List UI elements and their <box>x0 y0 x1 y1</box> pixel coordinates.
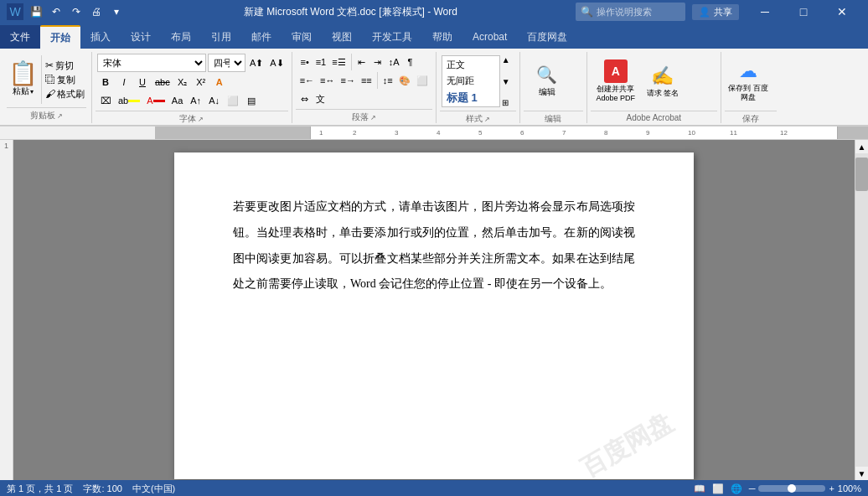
undo-quick-btn[interactable]: ↶ <box>47 3 65 21</box>
font-size-select[interactable]: 四号 <box>208 54 245 72</box>
decrease-indent-button[interactable]: ⇤ <box>354 54 369 70</box>
styles-down-button[interactable]: ▼ <box>502 77 510 86</box>
format-painter-button[interactable]: 🖌 格式刷 <box>45 88 85 101</box>
tab-file[interactable]: 文件 <box>0 25 40 49</box>
scroll-track[interactable] <box>855 153 868 467</box>
zoom-level[interactable]: 100% <box>838 483 861 493</box>
paste-button[interactable]: 📋 粘贴 ▾ <box>8 62 38 97</box>
paragraph-expand-icon[interactable]: ↗ <box>370 114 376 121</box>
bold-button[interactable]: B <box>97 74 114 90</box>
create-share-pdf-button[interactable]: A 创建并共享 Adobe PDF <box>594 55 638 107</box>
clear-format-button[interactable]: ⌧ <box>97 92 114 109</box>
superscript-button[interactable]: X² <box>193 74 209 90</box>
styles-expand-icon[interactable]: ↗ <box>484 116 490 123</box>
tab-design[interactable]: 设计 <box>121 25 161 49</box>
save-baidu-button[interactable]: ☁ 保存到 百度网盘 <box>726 55 770 107</box>
style-normal-item[interactable]: 正文 <box>444 58 498 72</box>
styles-expand-button[interactable]: ⊞ <box>502 98 510 107</box>
restore-button[interactable]: □ <box>784 0 823 23</box>
char-border-button[interactable]: ⬜ <box>225 92 241 109</box>
scroll-thumb[interactable] <box>855 158 868 191</box>
qa-dropdown-btn[interactable]: ▾ <box>107 3 126 21</box>
tab-layout[interactable]: 布局 <box>161 25 201 49</box>
scroll-up-button[interactable]: ▲ <box>855 140 868 153</box>
style-no-spacing-item[interactable]: 无间距 <box>444 74 498 88</box>
font-name-row: 宋体 四号 A⬆ A⬇ <box>97 54 287 72</box>
tab-help[interactable]: 帮助 <box>422 25 462 49</box>
zoom-out-button[interactable]: ─ <box>749 483 756 493</box>
find-button[interactable]: 🔍 编辑 <box>525 55 569 107</box>
document-content[interactable]: 若要更改图片适应文档的方式，请单击该图片，图片旁边将会显示布局选项按钮。当处理表… <box>233 194 635 297</box>
text-effect-button[interactable]: A <box>211 74 228 90</box>
tab-baidu[interactable]: 百度网盘 <box>517 25 577 49</box>
sign-icon: ✍ <box>651 65 674 87</box>
help-search-input[interactable] <box>597 7 680 17</box>
multilevel-list-button[interactable]: ≡☰ <box>329 54 348 70</box>
font-decrease-button[interactable]: A↓ <box>206 92 223 109</box>
font-color-button[interactable]: A <box>144 92 167 109</box>
distribute-button[interactable]: ⇔ <box>297 90 313 107</box>
style-heading1-item[interactable]: 标题 1 <box>444 90 498 106</box>
tab-references[interactable]: 引用 <box>201 25 241 49</box>
close-button[interactable]: ✕ <box>823 0 861 23</box>
font-expand-icon[interactable]: ↗ <box>198 116 204 123</box>
styles-up-button[interactable]: ▲ <box>502 55 510 65</box>
cut-button[interactable]: ✂ 剪切 <box>45 59 85 72</box>
scroll-down-button[interactable]: ▼ <box>855 467 868 480</box>
document-page[interactable]: 若要更改图片适应文档的方式，请单击该图片，图片旁边将会显示布局选项按钮。当处理表… <box>174 152 694 479</box>
request-sign-button[interactable]: ✍ 请求 签名 <box>641 55 685 107</box>
tab-developer[interactable]: 开发工具 <box>362 25 422 49</box>
paste-dropdown-icon[interactable]: ▾ <box>30 88 34 96</box>
italic-button[interactable]: I <box>116 74 132 90</box>
read-mode-icon[interactable]: 📖 <box>694 483 705 494</box>
align-right-button[interactable]: ≡→ <box>338 72 358 89</box>
tab-mailings[interactable]: 邮件 <box>241 25 282 49</box>
tab-insert[interactable]: 插入 <box>80 25 121 49</box>
minimize-button[interactable]: ─ <box>746 0 784 23</box>
tab-review[interactable]: 审阅 <box>282 25 322 49</box>
print-layout-icon[interactable]: ⬜ <box>712 483 724 494</box>
align-center-button[interactable]: ≡↔ <box>318 72 337 89</box>
ruler-right-margin <box>838 127 868 139</box>
font-case-button[interactable]: Aa <box>169 92 186 109</box>
tab-acrobat[interactable]: Acrobat <box>462 25 517 49</box>
border-button[interactable]: ⬜ <box>414 72 431 89</box>
vertical-scrollbar[interactable]: ▲ ▼ <box>855 140 868 480</box>
clipboard-expand-icon[interactable]: ↗ <box>57 112 63 120</box>
justify-button[interactable]: ≡≡ <box>359 72 375 89</box>
font-increase-button[interactable]: A↑ <box>188 92 204 109</box>
zoom-slider-thumb[interactable] <box>788 484 796 493</box>
show-marks-button[interactable]: ¶ <box>403 54 418 70</box>
shading-button[interactable]: 🎨 <box>396 72 413 89</box>
styles-gallery[interactable]: 正文 无间距 标题 1 <box>442 55 500 107</box>
subscript-button[interactable]: X₂ <box>174 74 191 90</box>
document-scroll-area[interactable]: 若要更改图片适应文档的方式，请单击该图片，图片旁边将会显示布局选项按钮。当处理表… <box>13 140 855 480</box>
print-quick-btn[interactable]: 🖨 <box>87 3 106 21</box>
number-list-button[interactable]: ≡1 <box>313 54 329 70</box>
font-format-row: B I U abc X₂ X² A <box>97 74 287 90</box>
char-shading-button[interactable]: ▤ <box>243 92 260 109</box>
language-indicator[interactable]: 中文(中国) <box>132 483 175 495</box>
font-name-select[interactable]: 宋体 <box>97 54 206 72</box>
font-shrink-icon[interactable]: A⬇ <box>267 54 286 71</box>
align-left-button[interactable]: ≡← <box>297 72 317 89</box>
copy-button[interactable]: ⿻ 复制 <box>45 74 85 86</box>
sort-button[interactable]: ↕A <box>386 54 402 70</box>
help-search-box[interactable]: 🔍 <box>576 3 685 21</box>
strikethrough-button[interactable]: abc <box>152 74 173 90</box>
redo-quick-btn[interactable]: ↷ <box>67 3 85 21</box>
highlight-color-button[interactable]: ab <box>116 92 142 109</box>
share-button[interactable]: 👤 共享 <box>692 4 739 20</box>
save-quick-btn[interactable]: 💾 <box>27 3 45 21</box>
chinese-layout-button[interactable]: 文 <box>313 90 328 107</box>
line-spacing-button[interactable]: ↕≡ <box>380 72 395 89</box>
underline-button[interactable]: U <box>134 74 151 90</box>
zoom-in-button[interactable]: + <box>829 483 834 493</box>
font-grow-icon[interactable]: A⬆ <box>247 54 266 71</box>
increase-indent-button[interactable]: ⇥ <box>370 54 385 70</box>
bullet-list-button[interactable]: ≡• <box>297 54 313 70</box>
web-layout-icon[interactable]: 🌐 <box>731 483 742 494</box>
tab-home[interactable]: 开始 <box>40 25 80 49</box>
tab-view[interactable]: 视图 <box>322 25 362 49</box>
zoom-slider[interactable] <box>758 485 825 492</box>
